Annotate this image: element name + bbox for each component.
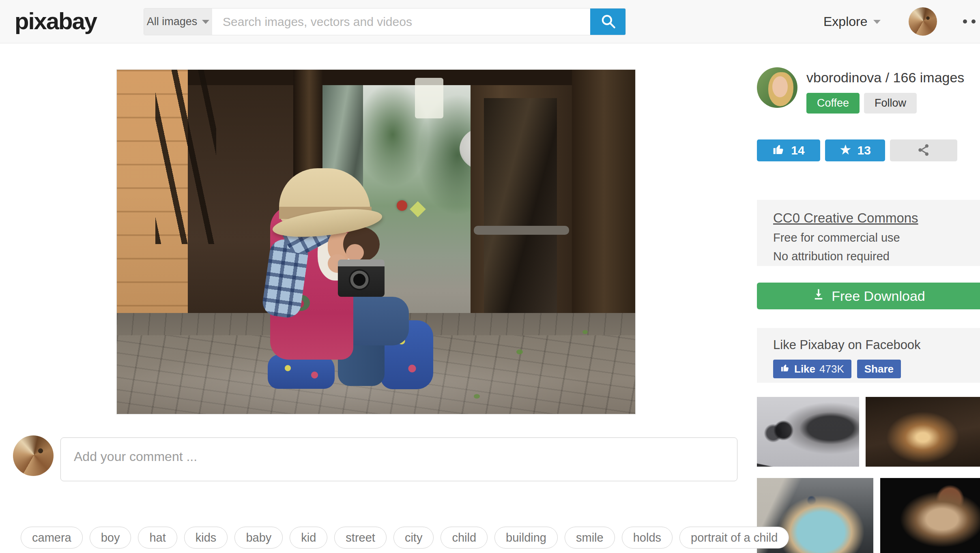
favorite-count: 13 [858,144,871,157]
license-line-1: Free for commercial use [773,231,980,244]
chevron-down-icon [873,20,881,24]
free-download-button[interactable]: Free Download [757,283,980,309]
share-button[interactable] [890,139,957,161]
search-icon [600,13,617,31]
explore-menu-label: Explore [823,14,868,29]
uploader-section: vborodinova / 166 images Coffee Follow [757,67,964,114]
related-image-thumbnail-railway-sunset[interactable] [866,397,980,467]
comment-input[interactable] [60,437,737,481]
photo-lintel [178,70,636,85]
explore-menu[interactable]: Explore [823,0,881,43]
media-type-dropdown[interactable]: All images [144,9,212,35]
comment-user-avatar-image [13,435,54,476]
uploader-buttons: Coffee Follow [806,93,964,114]
photo-door-glass [484,98,557,325]
photo-road-sign [397,200,407,211]
tag-pill[interactable]: building [494,527,558,549]
facebook-buttons: Like 473K Share [773,360,980,378]
tag-pill[interactable]: smile [565,527,615,549]
search-bar: All images [144,8,626,35]
user-avatar[interactable] [909,7,937,36]
share-icon [917,143,931,158]
tag-pill[interactable]: child [441,527,488,549]
uploader-info: vborodinova / 166 images Coffee Follow [806,67,964,114]
pixabay-logo[interactable]: pixabay [15,7,97,34]
facebook-heading: Like Pixabay on Facebook [773,338,980,352]
uploader-avatar[interactable] [757,67,797,108]
tag-pill[interactable]: kids [184,527,228,549]
tag-pill[interactable]: hat [138,527,177,549]
photo-right-frame [572,70,636,354]
tag-pill[interactable]: portrait of a child [679,527,789,549]
tag-pill[interactable]: camera [21,527,83,549]
photo-weed [516,349,523,354]
tag-pill[interactable]: boy [90,527,131,549]
dot [971,19,976,24]
main-image[interactable] [116,69,636,414]
tag-pill[interactable]: city [393,527,434,549]
photo-sign-blur [415,78,443,118]
thumbs-up-icon [772,143,785,159]
more-menu-icon[interactable] [963,19,980,24]
photo-fence [155,70,216,244]
tag-pill[interactable]: baby [234,527,283,549]
favorite-button[interactable]: ★ 13 [825,139,885,161]
like-count: 14 [791,144,804,157]
facebook-thumbs-up-icon [780,363,790,375]
dot [963,19,967,24]
related-image-thumbnail-microphone-boy[interactable] [757,397,859,467]
photo-child-hand [346,244,364,261]
related-image-thumbnail-clay-photographer[interactable] [880,478,980,553]
image-actions: 14 ★ 13 [757,139,957,161]
photo-camera-lens [349,269,370,290]
license-panel: CC0 Creative Commons Free for commercial… [757,200,980,266]
uploader-avatar-face [772,76,788,97]
search-input[interactable] [212,9,590,35]
user-avatar-image [909,7,937,36]
follow-button[interactable]: Follow [864,93,917,114]
coffee-button[interactable]: Coffee [806,93,860,114]
photo-weed [474,394,480,399]
comment-user-avatar [13,435,54,476]
license-link[interactable]: CC0 Creative Commons [773,210,918,226]
search-button[interactable] [590,9,625,35]
uploader-name[interactable]: vborodinova / 166 images [806,70,964,86]
facebook-like-label: Like [794,363,815,375]
like-button[interactable]: 14 [757,139,820,161]
tag-list: camera boy hat kids baby kid street city… [21,527,789,549]
photo-door-handle [474,226,569,235]
facebook-share-button[interactable]: Share [857,360,901,378]
free-download-label: Free Download [832,288,925,304]
star-icon: ★ [839,143,851,156]
facebook-share-label: Share [864,363,894,375]
tag-pill[interactable]: street [334,527,387,549]
tag-pill[interactable]: holds [622,527,673,549]
facebook-panel: Like Pixabay on Facebook Like 473K Share [757,328,980,383]
tag-pill[interactable]: kid [290,527,327,549]
facebook-like-count: 473K [819,363,844,375]
media-type-dropdown-label: All images [147,15,198,28]
download-icon [812,287,825,304]
license-line-2: No attribution required [773,250,980,263]
top-navbar: pixabay All images Explore [0,0,980,43]
chevron-down-icon [202,20,209,24]
facebook-like-button[interactable]: Like 473K [773,360,851,378]
photo-weed [582,330,588,334]
